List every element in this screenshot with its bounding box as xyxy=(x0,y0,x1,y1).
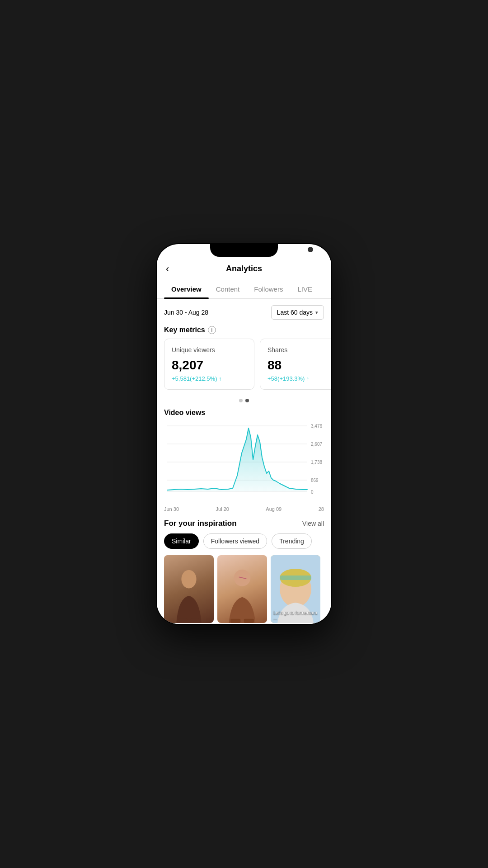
svg-rect-12 xyxy=(190,619,199,623)
tab-overview[interactable]: Overview xyxy=(164,280,209,298)
chart-container: 3,476 2,607 1,738 869 0 xyxy=(164,421,324,512)
metric-label-viewers: Unique viewers xyxy=(172,346,247,354)
tab-content[interactable]: Content xyxy=(209,280,247,298)
metric-change-shares: +58(+193.3%) ↑ xyxy=(267,375,331,382)
x-label-28: 28 xyxy=(319,506,324,512)
metric-change-viewers: +5,581(+212.5%) ↑ xyxy=(172,375,247,382)
chip-trending[interactable]: Trending xyxy=(272,533,312,549)
video-grid: Let's go to formentara ... xyxy=(164,555,324,623)
person-silhouette-1 xyxy=(173,569,205,623)
metric-value-viewers: 8,207 xyxy=(172,358,247,373)
inspiration-section: For your inspiration View all Similar Fo… xyxy=(157,512,331,623)
dot-2 xyxy=(245,399,249,402)
dot-1 xyxy=(239,399,243,402)
svg-text:3,476: 3,476 xyxy=(311,424,322,429)
svg-rect-20 xyxy=(280,576,311,580)
svg-rect-11 xyxy=(178,619,188,623)
x-label-aug09: Aug 09 xyxy=(266,506,282,512)
dropdown-label: Last 60 days xyxy=(277,309,313,316)
svg-point-10 xyxy=(181,570,196,589)
person-silhouette-2 xyxy=(224,569,260,623)
svg-text:869: 869 xyxy=(311,478,319,483)
date-range-dropdown[interactable]: Last 60 days ▾ xyxy=(271,305,324,320)
tab-followers[interactable]: Followers xyxy=(247,280,290,298)
screen-content: ‹ Analytics Overview Content Followers L… xyxy=(157,258,331,624)
chart-svg: 3,476 2,607 1,738 869 0 xyxy=(164,421,324,503)
video-views-section: Video views 3,476 2,607 1,738 xyxy=(157,409,331,512)
filter-chips: Similar Followers viewed Trending xyxy=(164,533,324,549)
thumb-overlay-3: Let's go to formentara ... xyxy=(273,610,318,620)
phone-frame: ‹ Analytics Overview Content Followers L… xyxy=(156,243,332,625)
svg-rect-14 xyxy=(230,619,240,623)
chevron-down-icon: ▾ xyxy=(315,310,318,316)
x-label-jul20: Jul 20 xyxy=(216,506,229,512)
video-thumb-1[interactable] xyxy=(164,555,214,623)
date-range-text: Jun 30 - Aug 28 xyxy=(164,309,208,316)
back-button[interactable]: ‹ xyxy=(166,263,169,275)
date-range-row: Jun 30 - Aug 28 Last 60 days ▾ xyxy=(157,299,331,326)
analytics-header: ‹ Analytics xyxy=(157,258,331,280)
chip-followers-viewed[interactable]: Followers viewed xyxy=(203,533,267,549)
phone-camera xyxy=(308,247,313,252)
view-all-button[interactable]: View all xyxy=(302,520,324,527)
phone-screen: ‹ Analytics Overview Content Followers L… xyxy=(157,244,331,624)
info-icon[interactable]: i xyxy=(208,326,216,334)
tab-live[interactable]: LIVE xyxy=(290,280,319,298)
svg-text:0: 0 xyxy=(311,490,314,495)
pagination-dots xyxy=(157,397,331,409)
video-thumb-3[interactable]: Let's go to formentara ... xyxy=(271,555,320,623)
inspiration-title: For your inspiration xyxy=(164,519,237,528)
inspiration-header: For your inspiration View all xyxy=(164,519,324,528)
video-thumb-2[interactable] xyxy=(217,555,267,623)
metric-card-viewers: Unique viewers 8,207 +5,581(+212.5%) ↑ xyxy=(164,339,254,390)
video-views-title: Video views xyxy=(164,409,324,417)
metrics-scroll: Unique viewers 8,207 +5,581(+212.5%) ↑ S… xyxy=(157,339,331,397)
page-title: Analytics xyxy=(226,264,262,274)
metric-value-shares: 88 xyxy=(267,358,331,373)
svg-rect-15 xyxy=(244,619,254,623)
key-metrics-title: Key metrics i xyxy=(157,326,331,339)
chip-similar[interactable]: Similar xyxy=(164,533,199,549)
phone-notch xyxy=(210,243,278,257)
tab-bar: Overview Content Followers LIVE xyxy=(157,280,331,299)
chart-x-labels: Jun 30 Jul 20 Aug 09 28 xyxy=(164,505,324,512)
svg-text:1,738: 1,738 xyxy=(311,460,322,465)
metric-label-shares: Shares xyxy=(267,346,331,354)
metric-card-shares: Shares 88 +58(+193.3%) ↑ xyxy=(260,339,331,390)
svg-text:2,607: 2,607 xyxy=(311,442,322,447)
x-label-jun30: Jun 30 xyxy=(164,506,179,512)
